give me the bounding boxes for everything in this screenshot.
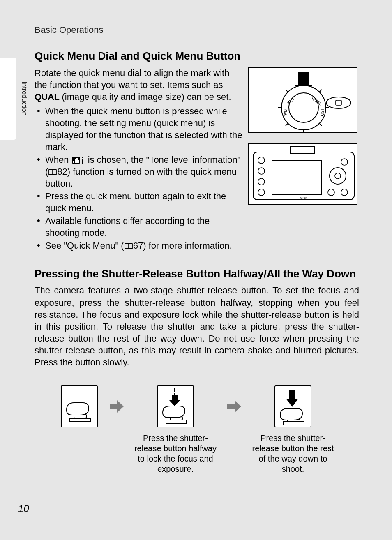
svg-marker-41 <box>110 400 124 413</box>
svg-marker-45 <box>169 395 180 406</box>
svg-rect-35 <box>82 157 83 158</box>
arrow-right-icon <box>225 385 243 427</box>
svg-rect-33 <box>76 158 78 163</box>
svg-marker-49 <box>286 390 298 407</box>
manual-page: Basic Operations Introduction BKT QUAL W… <box>0 0 392 540</box>
svg-rect-42 <box>174 388 175 390</box>
svg-rect-44 <box>174 393 175 395</box>
svg-rect-32 <box>75 159 76 163</box>
svg-marker-48 <box>227 400 241 413</box>
bullet-1: When the quick menu button is pressed wh… <box>35 105 244 153</box>
svg-rect-34 <box>78 160 79 163</box>
section1-heading: Quick Menu Dial and Quick Menu Button <box>35 49 359 63</box>
finger-rest-illustration <box>61 385 98 427</box>
section1-bullets: When the quick menu button is pressed wh… <box>35 105 244 252</box>
svg-rect-50 <box>284 422 304 425</box>
svg-rect-39 <box>70 418 90 422</box>
press-step-1 <box>57 385 102 427</box>
bullet-4: Available functions differ according to … <box>35 215 244 239</box>
press-step-3: Press the shutter-release button the res… <box>249 385 337 474</box>
bullet-3: Press the quick menu button again to exi… <box>35 190 244 214</box>
tone-level-icon <box>71 155 85 164</box>
side-tab-label: Introduction <box>21 81 28 116</box>
bullet-5: See "Quick Menu" (67) for more informati… <box>35 240 359 252</box>
side-tab <box>0 58 16 140</box>
b2-c: 82) function is turned on with the quick… <box>45 166 237 189</box>
arrow-right-icon <box>108 385 126 427</box>
qual-inline-label: QUAL <box>35 92 59 102</box>
section1-intro: Rotate the quick menu dial to align the … <box>35 67 244 103</box>
caption-full: Press the shutter-release button the res… <box>249 433 337 474</box>
press-halfway-illustration <box>157 385 194 427</box>
shutter-diagram-row: Press the shutter-release button halfway… <box>35 385 359 474</box>
section2-body: The camera features a two-stage shutter-… <box>35 284 359 368</box>
intro-part-a: Rotate the quick menu dial to align the … <box>35 68 229 90</box>
section2-heading: Pressing the Shutter-Release Button Half… <box>35 267 359 281</box>
page-ref-icon <box>48 167 57 174</box>
caption-halfway: Press the shutter-release button halfway… <box>131 433 219 474</box>
press-step-2: Press the shutter-release button halfway… <box>131 385 219 474</box>
svg-rect-46 <box>166 420 187 423</box>
press-full-illustration <box>274 385 311 427</box>
intro-part-b: (image quality and image size) can be se… <box>59 92 231 102</box>
page-ref-icon <box>124 241 133 248</box>
b2-a: When <box>45 155 71 165</box>
page-number: 10 <box>18 503 29 515</box>
b5-a: See "Quick Menu" ( <box>45 240 124 251</box>
svg-rect-31 <box>73 161 74 163</box>
svg-rect-43 <box>174 390 175 392</box>
b5-b: 67) for more information. <box>133 240 232 251</box>
svg-rect-36 <box>82 159 83 164</box>
running-header: Basic Operations <box>35 25 104 35</box>
bullet-2: When is chosen, the "Tone level informat… <box>35 154 244 189</box>
